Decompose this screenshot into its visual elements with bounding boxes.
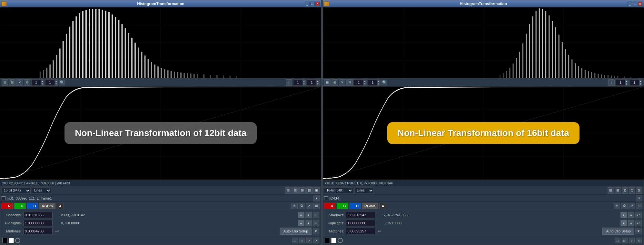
left-icon-btn-5[interactable]: ⊞ — [313, 187, 320, 194]
right-zoom1-up[interactable]: ▲ — [363, 80, 366, 83]
left-viewmode-select[interactable]: Lines — [32, 187, 51, 194]
left-action-check[interactable]: ✓ — [306, 238, 312, 243]
left-maximize-btn[interactable]: □ — [310, 2, 315, 6]
right-ch-icon-4[interactable]: ⊞ — [636, 203, 642, 209]
left-zoom-fit-btn[interactable]: ⊠ — [9, 79, 15, 86]
right-zoom4-up[interactable]: ▲ — [639, 80, 642, 83]
right-pan-btn[interactable]: ↕ — [608, 79, 615, 86]
right-zoom2-up[interactable]: ▲ — [377, 80, 380, 83]
left-swatch-black[interactable] — [2, 238, 7, 243]
left-swatch-white[interactable] — [9, 238, 14, 243]
right-highlights-icon-1[interactable]: ▲ — [620, 220, 627, 226]
left-close-btn[interactable]: ✕ — [315, 2, 320, 6]
left-channel-b-btn[interactable]: B — [27, 203, 38, 209]
left-channel-rgb-btn[interactable]: RGB/K — [39, 203, 55, 209]
left-highlights-icon-1[interactable]: ▲ — [298, 220, 304, 226]
left-midtones-input[interactable] — [24, 228, 53, 234]
right-icon-btn-1[interactable]: ⊟ — [608, 187, 614, 194]
left-ch-icon-2[interactable]: ⚙ — [299, 203, 305, 209]
right-zoom4-down[interactable]: ▼ — [639, 83, 642, 85]
right-action-save[interactable]: ▷ — [622, 238, 628, 243]
left-action-square[interactable]: □ — [292, 238, 298, 243]
right-magnify-btn[interactable]: 🔍 — [381, 80, 387, 85]
right-file-checkbox[interactable] — [324, 196, 328, 200]
left-ch-icon-3[interactable]: ↗ — [306, 203, 312, 209]
left-zoom1-down[interactable]: ▼ — [41, 83, 44, 85]
right-channel-a-btn[interactable]: A — [379, 203, 386, 209]
left-circle-btn[interactable] — [15, 238, 20, 243]
right-settings-btn[interactable]: ⚙ — [346, 79, 353, 86]
left-zoom3-down[interactable]: ▼ — [302, 83, 306, 85]
right-channel-g-btn[interactable]: G — [337, 203, 348, 209]
right-highlights-input[interactable] — [346, 220, 375, 226]
left-action-close[interactable]: ✕ — [313, 238, 319, 243]
right-zoom-home-btn[interactable]: ⊞ — [324, 79, 331, 86]
right-shadows-icon-1[interactable]: ▲ — [620, 212, 627, 218]
left-bitdepth-select[interactable]: 16-bit (64K) — [2, 187, 31, 194]
right-action-close[interactable]: ✕ — [636, 238, 642, 243]
left-zoom2-down[interactable]: ▼ — [54, 83, 58, 85]
right-zoom1-input[interactable] — [354, 80, 363, 85]
right-swatch-white[interactable] — [331, 238, 336, 243]
left-minimize-btn[interactable]: _ — [305, 2, 310, 6]
right-zoom3-input[interactable] — [616, 80, 625, 85]
right-zoom3-up[interactable]: ▲ — [625, 80, 628, 83]
left-midtones-expand[interactable]: ▼ — [313, 228, 319, 234]
left-highlights-icon-3[interactable]: ↩ — [313, 220, 319, 226]
left-file-icon-btn-1[interactable]: ▼ — [313, 195, 320, 201]
left-action-save[interactable]: ▷ — [299, 238, 305, 243]
right-ch-icon-1[interactable]: ✳ — [614, 203, 620, 209]
left-highlights-icon-2[interactable]: ▲ — [305, 220, 312, 226]
right-highlights-icon-3[interactable]: ↩ — [635, 220, 642, 226]
right-auto-clip-btn[interactable]: Auto Clip Setup — [602, 228, 634, 235]
left-channel-a-btn[interactable]: A — [57, 203, 64, 209]
right-zoom4-input[interactable] — [630, 80, 639, 85]
left-shadows-icon-1[interactable]: ▲ — [298, 212, 304, 218]
right-midtones-reset[interactable]: ↩ — [377, 229, 382, 234]
right-viewmode-select[interactable]: Lines — [354, 187, 374, 194]
right-ch-icon-2[interactable]: ⚙ — [621, 203, 628, 209]
right-maximize-btn[interactable]: □ — [633, 2, 637, 6]
left-zoom2-input[interactable] — [45, 80, 54, 85]
right-minimize-btn[interactable]: _ — [628, 2, 632, 6]
right-zoom1-down[interactable]: ▼ — [363, 83, 366, 85]
left-icon-btn-4[interactable]: ⊡ — [306, 187, 313, 194]
left-highlights-input[interactable] — [24, 220, 53, 226]
right-zoom3-down[interactable]: ▼ — [625, 83, 628, 85]
left-auto-clip-btn[interactable]: Auto Clip Setup — [280, 228, 312, 235]
left-icon-btn-3[interactable]: ⊠ — [299, 187, 306, 194]
right-swatch-black[interactable] — [325, 238, 330, 243]
left-settings-btn[interactable]: ⚙ — [24, 79, 30, 86]
right-midtones-expand[interactable]: ▼ — [635, 228, 642, 234]
right-bitdepth-select[interactable]: 16-bit (64K) — [324, 187, 353, 194]
left-zoom1-up[interactable]: ▲ — [41, 80, 44, 83]
right-shadows-icon-2[interactable]: ▲ — [628, 212, 634, 218]
right-channel-rgb-btn[interactable]: RGB/K — [362, 203, 378, 209]
right-highlights-icon-2[interactable]: ▲ — [628, 220, 634, 226]
left-zoom3-up[interactable]: ▲ — [302, 80, 306, 83]
left-ch-icon-1[interactable]: ✳ — [291, 203, 298, 209]
right-zoom2-down[interactable]: ▼ — [377, 83, 380, 85]
left-channel-r-btn[interactable]: R — [2, 203, 13, 209]
left-zoom4-up[interactable]: ▲ — [316, 80, 320, 83]
right-zoom-fit-btn[interactable]: ⊠ — [332, 79, 338, 86]
left-zoom-x-btn[interactable]: ✕ — [16, 79, 23, 86]
left-shadows-icon-2[interactable]: ▲ — [305, 212, 312, 218]
right-ch-icon-3[interactable]: ↗ — [629, 203, 635, 209]
right-channel-r-btn[interactable]: R — [324, 203, 335, 209]
left-magnify-btn[interactable]: 🔍 — [59, 80, 65, 85]
left-zoom2-up[interactable]: ▲ — [54, 80, 58, 83]
right-icon-btn-4[interactable]: ⊡ — [629, 187, 635, 194]
right-icon-btn-3[interactable]: ⊠ — [622, 187, 628, 194]
right-zoom2-input[interactable] — [368, 80, 377, 85]
right-icon-btn-5[interactable]: ⊞ — [636, 187, 642, 194]
left-file-checkbox[interactable] — [2, 196, 5, 200]
right-close-btn[interactable]: ✕ — [638, 2, 642, 6]
left-pan-btn[interactable]: ↕ — [286, 79, 292, 86]
left-shadows-input[interactable] — [24, 212, 53, 218]
left-zoom-home-btn[interactable]: ⊞ — [2, 79, 8, 86]
left-icon-btn-1[interactable]: ⊟ — [285, 187, 292, 194]
left-shadows-icon-3[interactable]: ↩ — [313, 212, 319, 218]
right-shadows-icon-3[interactable]: ↩ — [635, 212, 642, 218]
right-icon-btn-2[interactable]: ⊞ — [615, 187, 621, 194]
